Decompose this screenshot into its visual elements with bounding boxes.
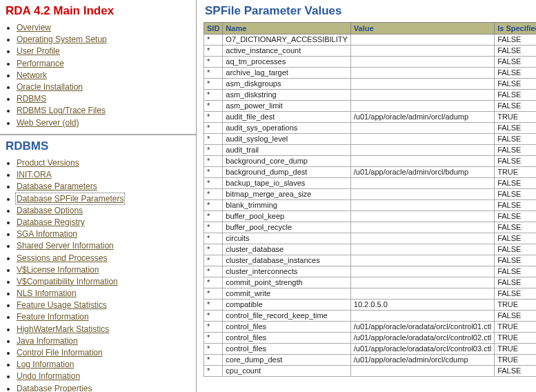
cell-sid: *: [204, 123, 223, 134]
main-index-link[interactable]: Oracle Installation: [17, 82, 83, 92]
cell-spec: FALSE: [495, 211, 536, 222]
cell-spec: TRUE: [495, 344, 536, 355]
cell-value: [350, 366, 494, 377]
cell-name: background_core_dump: [223, 156, 350, 167]
cell-name: audit_syslog_level: [223, 134, 350, 145]
cell-name: asm_power_limit: [223, 101, 350, 112]
table-row: *bitmap_merge_area_sizeFALSE0: [204, 189, 537, 200]
rdbms-link[interactable]: Database Properties: [17, 384, 92, 392]
cell-value: [350, 101, 494, 112]
cell-spec: TRUE: [495, 167, 536, 178]
cell-value: [350, 46, 494, 57]
table-row: *control_files/u01/app/oracle/oradata/or…: [204, 333, 537, 344]
rdbms-link[interactable]: Shared Server Information: [17, 241, 114, 251]
cell-sid: *: [204, 322, 223, 333]
nav-item: Database Registry: [17, 217, 192, 228]
nav-item: Undo Information: [17, 371, 192, 382]
rdbms-link[interactable]: V$Compatibility Information: [17, 277, 118, 286]
nav-item: Database SPFile Parameters: [17, 193, 192, 204]
cell-sid: *: [204, 35, 223, 46]
rdbms-link[interactable]: Product Versions: [17, 158, 79, 168]
table-row: *audit_syslog_levelFALSE0: [204, 134, 537, 145]
cell-sid: *: [204, 79, 223, 90]
content-pane[interactable]: SPFile Parameter Values SID Name Value I…: [197, 0, 536, 392]
nav-item: Shared Server Information: [17, 240, 192, 251]
cell-name: audit_file_dest: [223, 112, 350, 123]
rdbms-link[interactable]: Feature Information: [17, 312, 89, 322]
left-column: RDA 4.2 Main Index OverviewOperating Sys…: [0, 0, 197, 392]
cell-name: archive_lag_target: [223, 68, 350, 79]
main-index-link[interactable]: RDBMS: [17, 94, 46, 104]
cell-spec: FALSE: [495, 255, 536, 266]
main-index-link[interactable]: Performance: [17, 59, 64, 68]
cell-spec: FALSE: [495, 57, 536, 68]
main-index-pane[interactable]: RDA 4.2 Main Index OverviewOperating Sys…: [0, 0, 196, 135]
main-index-link[interactable]: Network: [17, 70, 47, 80]
cell-value: [350, 244, 494, 255]
cell-spec: FALSE: [495, 134, 536, 145]
cell-sid: *: [204, 277, 223, 288]
nav-item: Database Options: [17, 205, 192, 216]
main-index-link[interactable]: Operating System Setup: [17, 35, 107, 44]
rdbms-link[interactable]: Database Registry: [17, 217, 85, 227]
cell-sid: *: [204, 288, 223, 300]
table-header-row: SID Name Value Is Specified? Ordinal Upd…: [204, 23, 537, 35]
cell-sid: *: [204, 366, 223, 377]
cell-spec: TRUE: [495, 355, 536, 366]
col-sid: SID: [204, 23, 223, 35]
main-index-link[interactable]: Web Server (old): [17, 118, 79, 128]
rdbms-link[interactable]: Feature Usage Statistics: [17, 300, 107, 310]
cell-value: [350, 145, 494, 156]
nav-item: V$License Information: [17, 264, 192, 275]
cell-value: [350, 311, 494, 322]
table-row: *audit_file_dest/u01/app/oracle/admin/or…: [204, 112, 537, 123]
cell-name: active_instance_count: [223, 46, 350, 57]
app-root: RDA 4.2 Main Index OverviewOperating Sys…: [0, 0, 536, 392]
rdbms-link[interactable]: Database SPFile Parameters: [17, 194, 123, 204]
rdbms-pane[interactable]: RDBMS Product VersionsINIT.ORADatabase P…: [0, 135, 196, 392]
cell-sid: *: [204, 244, 223, 255]
cell-name: buffer_pool_recycle: [223, 222, 350, 233]
rdbms-link[interactable]: Java Information: [17, 336, 78, 346]
nav-item: Operating System Setup: [17, 34, 192, 45]
rdbms-link[interactable]: NLS Information: [17, 288, 77, 298]
nav-item: Web Server (old): [17, 117, 192, 128]
cell-value: [350, 211, 494, 222]
nav-item: Control File Information: [17, 347, 192, 358]
cell-spec: FALSE: [495, 189, 536, 200]
cell-spec: FALSE: [495, 79, 536, 90]
cell-value: /u01/app/oracle/oradata/orcl/control03.c…: [350, 344, 494, 355]
rdbms-link[interactable]: Log Information: [17, 360, 74, 369]
nav-item: Java Information: [17, 335, 192, 346]
table-row: *audit_sys_operationsFALSE0: [204, 123, 537, 134]
rdbms-link[interactable]: INIT.ORA: [17, 170, 52, 179]
cell-value: [350, 79, 494, 90]
table-row: *commit_point_strengthFALSE0: [204, 277, 537, 288]
rdbms-link[interactable]: SGA Information: [17, 229, 77, 239]
cell-name: O7_DICTIONARY_ACCESSIBILITY: [223, 35, 350, 46]
cell-spec: TRUE: [495, 300, 536, 311]
col-name: Name: [223, 23, 350, 35]
main-index-link[interactable]: User Profile: [17, 46, 60, 56]
cell-sid: *: [204, 355, 223, 366]
rdbms-link[interactable]: HighWaterMark Statistics: [17, 324, 109, 334]
table-row: *background_core_dumpFALSE0: [204, 156, 537, 167]
rdbms-link[interactable]: V$License Information: [17, 265, 99, 275]
rdbms-link[interactable]: Control File Information: [17, 348, 103, 357]
rdbms-link[interactable]: Undo Information: [17, 371, 80, 381]
main-index-link[interactable]: RDBMS Log/Trace Files: [17, 106, 106, 115]
table-row: *asm_diskstringFALSE0: [204, 90, 537, 101]
rdbms-link[interactable]: Sessions and Processes: [17, 253, 107, 263]
cell-name: cluster_interconnects: [223, 266, 350, 277]
cell-value: [350, 90, 494, 101]
rdbms-link[interactable]: Database Options: [17, 206, 83, 215]
nav-item: RDBMS: [17, 93, 192, 104]
cell-sid: *: [204, 200, 223, 211]
cell-spec: FALSE: [495, 233, 536, 244]
cell-value: [350, 178, 494, 189]
main-index-link[interactable]: Overview: [17, 23, 51, 32]
cell-sid: *: [204, 178, 223, 189]
table-row: *control_files/u01/app/oracle/oradata/or…: [204, 344, 537, 355]
rdbms-link[interactable]: Database Parameters: [17, 182, 97, 191]
cell-sid: *: [204, 344, 223, 355]
